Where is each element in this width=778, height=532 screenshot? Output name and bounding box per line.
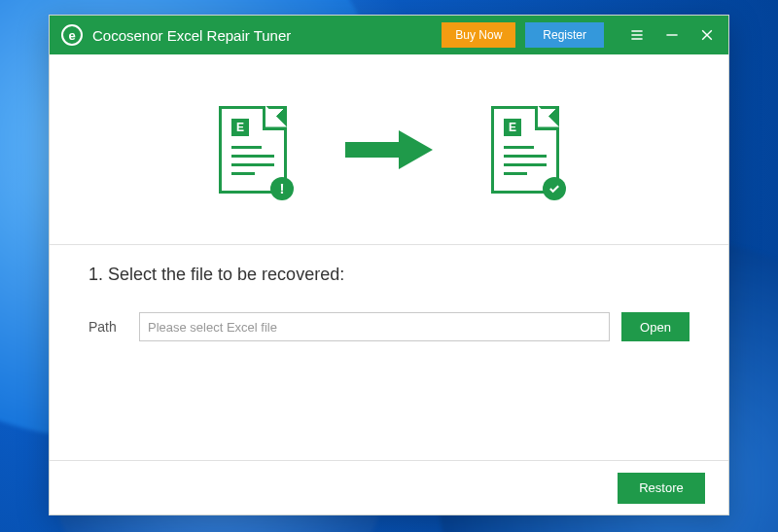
error-badge-icon: ! — [270, 177, 294, 200]
buy-now-button[interactable]: Buy Now — [442, 22, 515, 48]
logo-letter: e — [68, 28, 75, 43]
menu-icon[interactable] — [627, 25, 647, 45]
illustration: E ! E — [50, 54, 728, 244]
path-label: Path — [88, 319, 127, 335]
repaired-file-icon: E — [491, 106, 559, 194]
file-path-input[interactable] — [139, 312, 610, 341]
restore-button[interactable]: Restore — [618, 473, 705, 504]
app-window: e Cocosenor Excel Repair Tuner Buy Now R… — [49, 15, 729, 515]
content-area: E ! E 1. Select the file to be recovered… — [50, 54, 728, 514]
path-row: Path Open — [88, 312, 690, 341]
excel-badge: E — [231, 119, 249, 136]
corrupt-file-icon: E ! — [219, 106, 287, 194]
app-title: Cocosenor Excel Repair Tuner — [92, 27, 291, 44]
open-button[interactable]: Open — [621, 312, 690, 341]
footer: Restore — [50, 460, 728, 514]
system-buttons — [627, 25, 717, 45]
app-logo-icon: e — [61, 24, 83, 46]
close-icon[interactable] — [697, 25, 717, 45]
minimize-icon[interactable] — [662, 25, 682, 45]
step-panel: 1. Select the file to be recovered: Path… — [50, 244, 728, 460]
check-badge-icon — [543, 177, 566, 200]
titlebar: e Cocosenor Excel Repair Tuner Buy Now R… — [50, 16, 728, 54]
register-button[interactable]: Register — [525, 22, 604, 48]
excel-badge: E — [504, 119, 521, 136]
arrow-right-icon — [345, 130, 433, 169]
step-title: 1. Select the file to be recovered: — [88, 265, 690, 285]
